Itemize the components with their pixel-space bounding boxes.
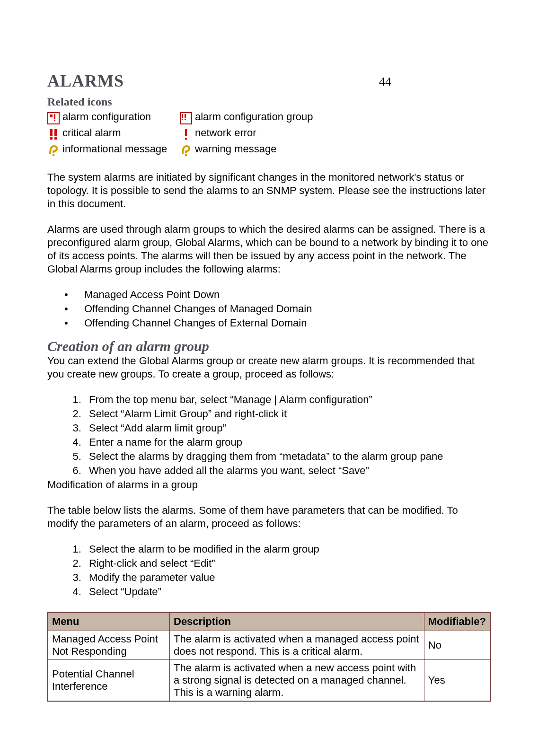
list-item: Select “Add alarm limit group”	[84, 422, 491, 435]
modify-steps: Select the alarm to be modified in the a…	[47, 543, 491, 598]
cell-menu: Managed Access Point Not Responding	[48, 631, 170, 660]
critical-alarm-icon	[47, 128, 60, 141]
list-item: From the top menu bar, select “Manage | …	[84, 393, 491, 406]
global-alarms-list: Managed Access Point Down Offending Chan…	[47, 288, 491, 330]
alarm-config-group-label: alarm configuration group	[195, 109, 313, 124]
table-header-description: Description	[170, 612, 424, 631]
svg-rect-15	[53, 154, 54, 156]
svg-rect-16	[185, 154, 187, 156]
list-item: Offending Channel Changes of Managed Dom…	[84, 302, 491, 316]
list-item: Offending Channel Changes of External Do…	[84, 316, 491, 330]
table-header-modifiable: Modifiable?	[424, 612, 490, 631]
informational-message-icon	[47, 144, 60, 157]
svg-rect-1	[50, 114, 53, 117]
table-row: Managed Access Point Not Responding The …	[48, 631, 490, 660]
svg-rect-9	[50, 129, 53, 136]
paragraph-create-intro: You can extend the Global Alarms group o…	[47, 354, 491, 381]
list-item: Select the alarm to be modified in the a…	[84, 543, 491, 556]
cell-description: The alarm is activated when a new access…	[170, 660, 424, 702]
svg-rect-0	[48, 113, 59, 124]
warning-message-icon	[180, 144, 192, 157]
svg-rect-7	[185, 114, 186, 118]
list-item: When you have added all the alarms you w…	[84, 464, 491, 477]
list-item: Modify the parameter value	[84, 571, 491, 584]
cell-modifiable: No	[424, 631, 490, 660]
list-item: Select “Alarm Limit Group” and right-cli…	[84, 407, 491, 421]
critical-alarm-label: critical alarm	[62, 125, 121, 141]
paragraph-alarm-groups: Alarms are used through alarm groups to …	[47, 223, 491, 276]
table-header-menu: Menu	[48, 612, 170, 631]
svg-rect-12	[54, 137, 57, 140]
svg-rect-2	[54, 114, 55, 119]
alarm-config-label: alarm configuration	[62, 109, 151, 124]
svg-rect-11	[54, 129, 57, 136]
network-error-icon	[180, 128, 192, 141]
list-item: Managed Access Point Down	[84, 288, 491, 301]
cell-modifiable: Yes	[424, 660, 490, 702]
warning-message-label: warning message	[195, 141, 276, 157]
list-item: Right-click and select “Edit”	[84, 557, 491, 570]
heading-related-icons: Related icons	[47, 96, 491, 108]
paragraph-intro: The system alarms are initiated by signi…	[47, 171, 491, 211]
heading-creation: Creation of an alarm group	[47, 338, 491, 354]
page-number: 44	[379, 75, 391, 89]
paragraph-table-intro: The table below lists the alarms. Some o…	[47, 504, 491, 530]
alarms-table: Menu Description Modifiable? Managed Acc…	[47, 612, 491, 702]
svg-rect-5	[182, 114, 183, 118]
alarm-config-icon	[47, 112, 60, 124]
create-steps: From the top menu bar, select “Manage | …	[47, 393, 491, 477]
table-row: Potential Channel Interference The alarm…	[48, 660, 490, 702]
cell-menu: Potential Channel Interference	[48, 660, 170, 702]
icon-legend: alarm configuration alarm configuration …	[47, 109, 491, 157]
alarm-config-group-icon	[180, 112, 192, 124]
network-error-label: network error	[195, 125, 256, 141]
paragraph-modification: Modification of alarms in a group	[47, 478, 491, 492]
list-item: Select “Update”	[84, 585, 491, 598]
svg-rect-3	[54, 120, 55, 121]
heading-alarms: ALARMS	[47, 71, 491, 91]
list-item: Enter a name for the alarm group	[84, 436, 491, 449]
informational-message-label: informational message	[62, 141, 167, 157]
svg-rect-13	[185, 129, 187, 136]
svg-rect-10	[50, 137, 53, 140]
svg-rect-8	[185, 119, 186, 120]
cell-description: The alarm is activated when a managed ac…	[170, 631, 424, 660]
list-item: Select the alarms by dragging them from …	[84, 450, 491, 463]
svg-rect-14	[185, 138, 187, 140]
svg-rect-6	[182, 119, 183, 120]
